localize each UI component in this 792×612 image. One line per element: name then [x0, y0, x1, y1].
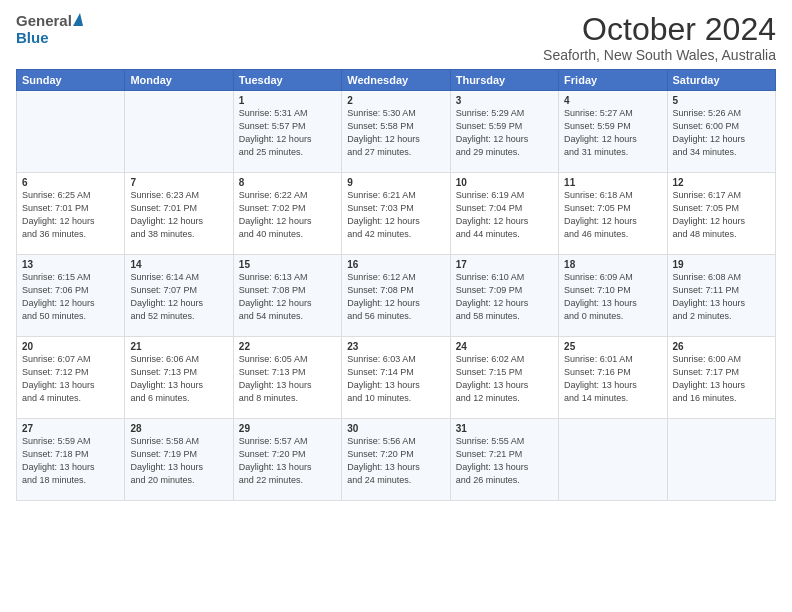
calendar-cell: 19Sunrise: 6:08 AM Sunset: 7:11 PM Dayli… [667, 255, 775, 337]
main-title: October 2024 [543, 12, 776, 47]
day-header-tuesday: Tuesday [233, 70, 341, 91]
week-row-3: 13Sunrise: 6:15 AM Sunset: 7:06 PM Dayli… [17, 255, 776, 337]
calendar-cell: 29Sunrise: 5:57 AM Sunset: 7:20 PM Dayli… [233, 419, 341, 501]
calendar-cell [17, 91, 125, 173]
calendar-cell: 5Sunrise: 5:26 AM Sunset: 6:00 PM Daylig… [667, 91, 775, 173]
day-number: 8 [239, 177, 336, 188]
logo: General Blue [16, 12, 83, 47]
day-number: 4 [564, 95, 661, 106]
week-row-5: 27Sunrise: 5:59 AM Sunset: 7:18 PM Dayli… [17, 419, 776, 501]
day-number: 19 [673, 259, 770, 270]
calendar-cell: 10Sunrise: 6:19 AM Sunset: 7:04 PM Dayli… [450, 173, 558, 255]
day-number: 10 [456, 177, 553, 188]
day-header-sunday: Sunday [17, 70, 125, 91]
cell-info: Sunrise: 6:15 AM Sunset: 7:06 PM Dayligh… [22, 271, 119, 323]
cell-info: Sunrise: 6:18 AM Sunset: 7:05 PM Dayligh… [564, 189, 661, 241]
day-number: 1 [239, 95, 336, 106]
cell-info: Sunrise: 5:30 AM Sunset: 5:58 PM Dayligh… [347, 107, 444, 159]
day-number: 27 [22, 423, 119, 434]
logo-blue: Blue [16, 29, 49, 46]
calendar-cell: 14Sunrise: 6:14 AM Sunset: 7:07 PM Dayli… [125, 255, 233, 337]
day-number: 30 [347, 423, 444, 434]
logo-triangle-icon [73, 13, 83, 26]
calendar-cell: 28Sunrise: 5:58 AM Sunset: 7:19 PM Dayli… [125, 419, 233, 501]
header: General Blue October 2024 Seaforth, New … [16, 12, 776, 63]
day-number: 16 [347, 259, 444, 270]
cell-info: Sunrise: 6:10 AM Sunset: 7:09 PM Dayligh… [456, 271, 553, 323]
cell-info: Sunrise: 6:09 AM Sunset: 7:10 PM Dayligh… [564, 271, 661, 323]
cell-info: Sunrise: 5:56 AM Sunset: 7:20 PM Dayligh… [347, 435, 444, 487]
cell-info: Sunrise: 5:58 AM Sunset: 7:19 PM Dayligh… [130, 435, 227, 487]
cell-info: Sunrise: 6:12 AM Sunset: 7:08 PM Dayligh… [347, 271, 444, 323]
header-row: SundayMondayTuesdayWednesdayThursdayFrid… [17, 70, 776, 91]
day-number: 11 [564, 177, 661, 188]
cell-info: Sunrise: 5:29 AM Sunset: 5:59 PM Dayligh… [456, 107, 553, 159]
calendar-cell: 31Sunrise: 5:55 AM Sunset: 7:21 PM Dayli… [450, 419, 558, 501]
day-number: 24 [456, 341, 553, 352]
cell-info: Sunrise: 5:55 AM Sunset: 7:21 PM Dayligh… [456, 435, 553, 487]
cell-info: Sunrise: 6:02 AM Sunset: 7:15 PM Dayligh… [456, 353, 553, 405]
calendar-cell: 15Sunrise: 6:13 AM Sunset: 7:08 PM Dayli… [233, 255, 341, 337]
day-header-friday: Friday [559, 70, 667, 91]
cell-info: Sunrise: 6:06 AM Sunset: 7:13 PM Dayligh… [130, 353, 227, 405]
calendar-cell: 3Sunrise: 5:29 AM Sunset: 5:59 PM Daylig… [450, 91, 558, 173]
calendar-cell: 12Sunrise: 6:17 AM Sunset: 7:05 PM Dayli… [667, 173, 775, 255]
week-row-1: 1Sunrise: 5:31 AM Sunset: 5:57 PM Daylig… [17, 91, 776, 173]
day-number: 29 [239, 423, 336, 434]
day-number: 17 [456, 259, 553, 270]
cell-info: Sunrise: 6:13 AM Sunset: 7:08 PM Dayligh… [239, 271, 336, 323]
day-number: 2 [347, 95, 444, 106]
calendar-cell: 4Sunrise: 5:27 AM Sunset: 5:59 PM Daylig… [559, 91, 667, 173]
calendar-cell: 7Sunrise: 6:23 AM Sunset: 7:01 PM Daylig… [125, 173, 233, 255]
calendar-cell [559, 419, 667, 501]
title-section: October 2024 Seaforth, New South Wales, … [543, 12, 776, 63]
cell-info: Sunrise: 6:25 AM Sunset: 7:01 PM Dayligh… [22, 189, 119, 241]
calendar-cell: 2Sunrise: 5:30 AM Sunset: 5:58 PM Daylig… [342, 91, 450, 173]
cell-info: Sunrise: 6:01 AM Sunset: 7:16 PM Dayligh… [564, 353, 661, 405]
cell-info: Sunrise: 6:21 AM Sunset: 7:03 PM Dayligh… [347, 189, 444, 241]
cell-info: Sunrise: 5:59 AM Sunset: 7:18 PM Dayligh… [22, 435, 119, 487]
day-number: 18 [564, 259, 661, 270]
cell-info: Sunrise: 6:23 AM Sunset: 7:01 PM Dayligh… [130, 189, 227, 241]
day-number: 31 [456, 423, 553, 434]
day-number: 15 [239, 259, 336, 270]
cell-info: Sunrise: 6:00 AM Sunset: 7:17 PM Dayligh… [673, 353, 770, 405]
week-row-2: 6Sunrise: 6:25 AM Sunset: 7:01 PM Daylig… [17, 173, 776, 255]
cell-info: Sunrise: 6:17 AM Sunset: 7:05 PM Dayligh… [673, 189, 770, 241]
day-header-saturday: Saturday [667, 70, 775, 91]
calendar-cell: 26Sunrise: 6:00 AM Sunset: 7:17 PM Dayli… [667, 337, 775, 419]
calendar-cell: 30Sunrise: 5:56 AM Sunset: 7:20 PM Dayli… [342, 419, 450, 501]
day-number: 20 [22, 341, 119, 352]
calendar-cell: 25Sunrise: 6:01 AM Sunset: 7:16 PM Dayli… [559, 337, 667, 419]
day-number: 12 [673, 177, 770, 188]
day-header-thursday: Thursday [450, 70, 558, 91]
cell-info: Sunrise: 6:22 AM Sunset: 7:02 PM Dayligh… [239, 189, 336, 241]
calendar-cell: 24Sunrise: 6:02 AM Sunset: 7:15 PM Dayli… [450, 337, 558, 419]
day-number: 5 [673, 95, 770, 106]
day-number: 7 [130, 177, 227, 188]
cell-info: Sunrise: 6:19 AM Sunset: 7:04 PM Dayligh… [456, 189, 553, 241]
day-number: 22 [239, 341, 336, 352]
cell-info: Sunrise: 6:08 AM Sunset: 7:11 PM Dayligh… [673, 271, 770, 323]
cell-info: Sunrise: 5:26 AM Sunset: 6:00 PM Dayligh… [673, 107, 770, 159]
cell-info: Sunrise: 6:07 AM Sunset: 7:12 PM Dayligh… [22, 353, 119, 405]
calendar-cell: 22Sunrise: 6:05 AM Sunset: 7:13 PM Dayli… [233, 337, 341, 419]
calendar-cell: 16Sunrise: 6:12 AM Sunset: 7:08 PM Dayli… [342, 255, 450, 337]
day-number: 13 [22, 259, 119, 270]
calendar-cell: 11Sunrise: 6:18 AM Sunset: 7:05 PM Dayli… [559, 173, 667, 255]
cell-info: Sunrise: 6:05 AM Sunset: 7:13 PM Dayligh… [239, 353, 336, 405]
subtitle: Seaforth, New South Wales, Australia [543, 47, 776, 63]
cell-info: Sunrise: 6:14 AM Sunset: 7:07 PM Dayligh… [130, 271, 227, 323]
day-number: 14 [130, 259, 227, 270]
page: General Blue October 2024 Seaforth, New … [0, 0, 792, 612]
calendar-cell: 6Sunrise: 6:25 AM Sunset: 7:01 PM Daylig… [17, 173, 125, 255]
calendar-cell: 8Sunrise: 6:22 AM Sunset: 7:02 PM Daylig… [233, 173, 341, 255]
day-number: 6 [22, 177, 119, 188]
logo-general: General [16, 12, 72, 29]
day-number: 3 [456, 95, 553, 106]
calendar-cell [125, 91, 233, 173]
day-header-monday: Monday [125, 70, 233, 91]
day-number: 28 [130, 423, 227, 434]
calendar-cell [667, 419, 775, 501]
day-number: 26 [673, 341, 770, 352]
